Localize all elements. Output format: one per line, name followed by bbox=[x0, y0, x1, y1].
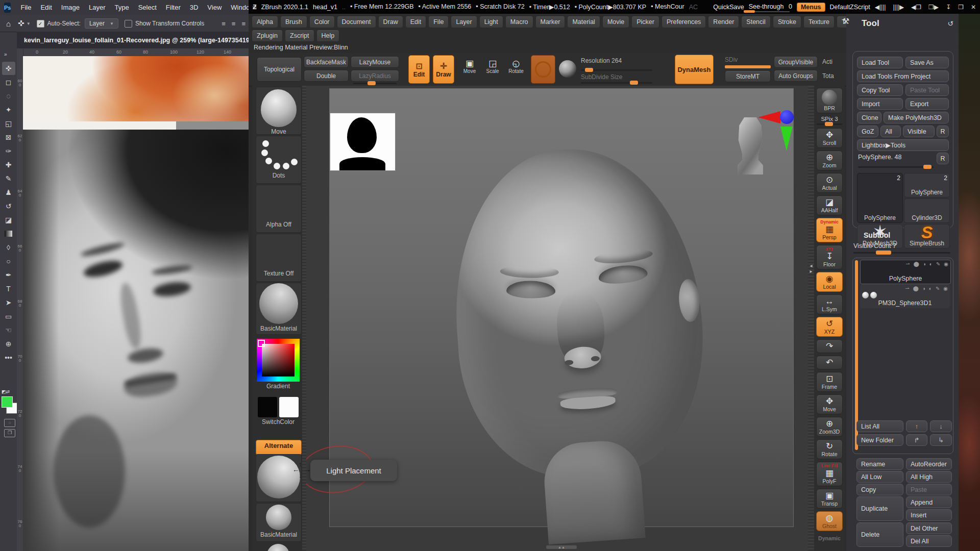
zbrush-menu-item[interactable]: Marker bbox=[535, 16, 566, 28]
tool-thumb-polysphere-2[interactable]: 2 PolySphere bbox=[904, 173, 950, 197]
crop-tool[interactable]: ◱ bbox=[2, 117, 15, 130]
z-axis-icon[interactable] bbox=[780, 110, 794, 124]
show-transform-checkbox[interactable] bbox=[125, 20, 132, 28]
zbrush-menu-item[interactable]: Layer bbox=[451, 16, 477, 28]
load-tools-from-project-button[interactable]: Load Tools From Project bbox=[857, 70, 949, 82]
polypaint-icon[interactable]: ⬤ bbox=[913, 286, 919, 291]
append-button[interactable]: Append bbox=[906, 496, 952, 508]
zbrush-menu-item[interactable]: Zscript bbox=[285, 30, 314, 42]
lazyradius-slider[interactable]: LazyRadius bbox=[351, 70, 399, 82]
load-tool-button[interactable]: Load Tool bbox=[857, 57, 903, 68]
eyedropper-tool[interactable]: ✑ bbox=[2, 144, 15, 158]
rotate-viewport-button[interactable]: ↻ Rotate bbox=[816, 439, 843, 459]
paste-button[interactable]: Paste bbox=[906, 484, 952, 495]
flip-icon[interactable]: ⇀ bbox=[905, 261, 910, 267]
tray-resize-arrows[interactable]: ◂▸ bbox=[808, 263, 814, 274]
texture-picker[interactable]: Texture Off bbox=[256, 234, 302, 282]
default-zscript-button[interactable]: DefaultZScript bbox=[830, 4, 870, 11]
storemt-button[interactable]: StoreMT bbox=[725, 70, 771, 82]
contrast-icon[interactable]: ◐ bbox=[929, 261, 933, 267]
brush-tool[interactable]: ✎ bbox=[2, 172, 15, 185]
sdiv-slider[interactable] bbox=[725, 65, 771, 68]
quicksave-button[interactable]: QuickSave bbox=[713, 4, 744, 11]
x-axis-icon[interactable] bbox=[758, 111, 780, 123]
export-visible-button[interactable]: Visible bbox=[903, 126, 935, 137]
zbrush-menu-item[interactable]: Preferences bbox=[662, 16, 706, 28]
rotate-mode-button[interactable]: ◵Rotate bbox=[505, 59, 527, 74]
healing-brush-tool[interactable]: ✚ bbox=[2, 158, 15, 171]
zbrush-menu-item[interactable]: Movie bbox=[602, 16, 629, 28]
zbrush-menu-item[interactable]: Document bbox=[337, 16, 376, 28]
dynamic-label[interactable]: Dynamic bbox=[816, 534, 843, 543]
local-button[interactable]: ◉ Local bbox=[816, 272, 843, 292]
transp-button[interactable]: ▣ Transp bbox=[816, 489, 843, 509]
xyz-button[interactable]: ↺ XYZ bbox=[816, 317, 843, 337]
make-polymesh3d-button[interactable]: Make PolyMesh3D bbox=[884, 112, 949, 123]
clone-button[interactable]: Clone bbox=[857, 112, 881, 123]
move-down-button[interactable]: ↓ bbox=[930, 420, 952, 432]
copy-button[interactable]: Copy bbox=[856, 484, 903, 495]
insert-button[interactable]: Insert bbox=[906, 509, 952, 521]
new-folder-button[interactable]: New Folder bbox=[856, 434, 903, 446]
ps-menu-item[interactable]: File bbox=[16, 0, 36, 15]
history-brush-tool[interactable]: ↺ bbox=[2, 199, 15, 213]
canvas-scroll-handle[interactable]: ▲▲ bbox=[546, 545, 577, 549]
spix-slider[interactable]: SPix 3 bbox=[816, 116, 843, 125]
silhouette-thumbnail[interactable] bbox=[330, 113, 396, 171]
chevron-down-icon[interactable]: ▼ bbox=[27, 21, 31, 26]
zbrush-menu-item[interactable]: File bbox=[428, 16, 449, 28]
zbrush-menu-item[interactable]: Brush bbox=[280, 16, 307, 28]
move-viewport-button[interactable]: ✥ Move bbox=[816, 394, 843, 414]
blur-tool[interactable]: ◊ bbox=[2, 241, 15, 254]
groupvisible-button[interactable]: GroupVisible bbox=[774, 56, 818, 68]
alternate-button[interactable]: Alternate bbox=[256, 440, 302, 455]
tool-thumb-polysphere[interactable]: 2 PolySphere bbox=[857, 173, 903, 223]
actual-button[interactable]: ⊙ Actual bbox=[816, 173, 843, 193]
viewport-canvas[interactable]: Light Placement ▲▲ bbox=[306, 86, 808, 551]
right-tray-divider[interactable] bbox=[808, 86, 814, 551]
zbrush-menu-item[interactable]: Edit bbox=[405, 16, 427, 28]
zbrush-menu-item[interactable]: Color bbox=[309, 16, 335, 28]
rotate-z-icon[interactable]: ↶ bbox=[816, 356, 843, 369]
copy-tool-button[interactable]: Copy Tool bbox=[857, 84, 903, 96]
home-icon[interactable]: ⌂ bbox=[6, 19, 11, 28]
edit-toolbar-button[interactable]: ••• bbox=[2, 351, 15, 364]
dodge-tool[interactable]: ○ bbox=[2, 255, 15, 268]
move-mode-button[interactable]: ▣Move bbox=[459, 59, 480, 74]
move-up-button[interactable]: ↑ bbox=[906, 420, 927, 432]
hand-tool[interactable]: ☜ bbox=[2, 323, 15, 337]
lsym-button[interactable]: ↔ L.Sym bbox=[816, 294, 843, 314]
move-tool[interactable]: ✜ bbox=[2, 62, 15, 75]
ps-menu-item[interactable]: Edit bbox=[36, 0, 56, 15]
polypaint-icon[interactable]: ⬤ bbox=[914, 261, 919, 267]
rename-button[interactable]: Rename bbox=[856, 458, 903, 470]
arrange-left-icon[interactable]: ◀❒ bbox=[911, 4, 921, 11]
dynamesh-button[interactable]: DynaMesh bbox=[675, 55, 714, 84]
save-as-button[interactable]: Save As bbox=[905, 57, 949, 68]
zoom3d-button[interactable]: ⊕ Zoom3D bbox=[816, 417, 843, 437]
delete-button[interactable]: Delete bbox=[856, 522, 903, 547]
lazyradius-handle[interactable] bbox=[368, 81, 376, 85]
alpha-picker[interactable]: Alpha Off bbox=[256, 185, 302, 233]
quick-mask-button[interactable]: ◌ bbox=[4, 419, 15, 427]
lightbox-tools-button[interactable]: Lightbox▶Tools bbox=[857, 139, 949, 151]
scroll-button[interactable]: ✥ Scroll bbox=[816, 128, 843, 148]
brush-icon[interactable]: ✎ bbox=[936, 261, 940, 267]
brush-icon[interactable]: ✎ bbox=[936, 286, 940, 291]
eraser-tool[interactable]: ◪ bbox=[2, 213, 15, 227]
align-center-icon[interactable]: ≡ bbox=[232, 20, 236, 28]
zbrush-menu-item[interactable]: Alpha bbox=[252, 16, 278, 28]
minimize-icon[interactable]: ↧ bbox=[946, 4, 951, 11]
del-other-button[interactable]: Del Other bbox=[906, 522, 952, 534]
autoreorder-button[interactable]: AutoReorder bbox=[906, 458, 952, 470]
frame-tool[interactable]: ⊠ bbox=[2, 131, 15, 144]
clone-stamp-tool[interactable]: ♟ bbox=[2, 186, 15, 199]
zbrush-menu-item[interactable]: Draw bbox=[378, 16, 403, 28]
draw-button[interactable]: ✛ Draw bbox=[433, 55, 454, 84]
move-out-button[interactable]: ↱ bbox=[906, 434, 927, 446]
align-right-icon[interactable]: ≡ bbox=[241, 20, 246, 28]
ps-menu-item[interactable]: Image bbox=[57, 0, 84, 15]
zbrush-menu-item[interactable]: Light bbox=[479, 16, 503, 28]
paste-tool-button[interactable]: Paste Tool bbox=[905, 84, 949, 96]
marquee-tool[interactable]: ◻ bbox=[2, 76, 15, 89]
